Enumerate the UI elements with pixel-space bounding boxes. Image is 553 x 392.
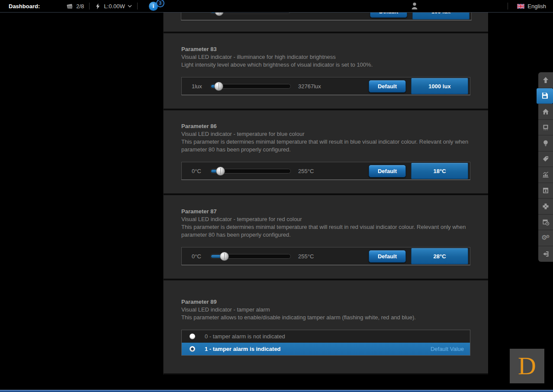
toolbar-item-apps[interactable] bbox=[538, 199, 553, 215]
notification-count-badge[interactable]: 3 bbox=[156, 0, 164, 7]
uk-flag-icon bbox=[517, 4, 524, 9]
parameters-panel: Default 100 lux Parameter 83 Visual LED … bbox=[163, 0, 488, 375]
parameter-subtitle: Visual LED indicator - temperature for r… bbox=[181, 215, 470, 223]
toolbar-item-schedules[interactable] bbox=[538, 215, 553, 231]
toolbar-item-devices[interactable] bbox=[538, 120, 553, 136]
radio-option-label: 1 - tamper alarm is indicated bbox=[205, 346, 281, 352]
logout-icon bbox=[542, 250, 550, 258]
page-title: Dashboard: bbox=[9, 3, 40, 10]
value-button[interactable]: 18°C bbox=[411, 163, 468, 179]
section-parameter-89: Parameter 89 Visual LED indicator - tamp… bbox=[164, 280, 488, 375]
toolbar-item-sensors[interactable] bbox=[538, 135, 553, 151]
calendar-clock-icon bbox=[542, 218, 550, 226]
parameter-row: 1lux 32767lux Default 1000 lux bbox=[181, 77, 470, 95]
divider bbox=[89, 3, 90, 10]
gears-icon: ⚙⚙ bbox=[541, 235, 550, 241]
value-button[interactable]: 28°C bbox=[411, 248, 468, 264]
box-download-icon bbox=[542, 186, 550, 194]
divider bbox=[508, 3, 508, 10]
parameter-title: Parameter 86 bbox=[181, 122, 470, 130]
section-parameter-86: Parameter 86 Visual LED indicator - temp… bbox=[164, 110, 488, 195]
parameter-description: This parameter allows to enable/disable … bbox=[181, 314, 470, 321]
side-toolbar: ⚙⚙ bbox=[538, 72, 553, 262]
radio-option-list: 0 - tamper alarm is not indicated 1 - ta… bbox=[181, 330, 470, 356]
power-load-dropdown[interactable]: L:0.00W bbox=[95, 3, 132, 10]
language-selector[interactable]: English bbox=[508, 0, 546, 12]
slider-track[interactable] bbox=[210, 254, 291, 259]
bottom-accent-bar bbox=[0, 390, 553, 392]
default-value-badge: Default Value bbox=[431, 346, 464, 352]
toolbar-item-firmware[interactable] bbox=[538, 183, 553, 199]
value-button[interactable]: 1000 lux bbox=[411, 78, 468, 94]
parameter-row: 0°C 255°C Default 18°C bbox=[181, 162, 470, 180]
devices-stack-icon bbox=[66, 3, 74, 10]
slider-track[interactable] bbox=[210, 169, 291, 174]
bar-chart-icon bbox=[542, 171, 550, 179]
toolbar-item-scroll-to-top[interactable] bbox=[538, 72, 553, 88]
top-bar: Dashboard: 2/8 L:0.00W i 3 bbox=[0, 0, 553, 13]
radio-icon-selected[interactable] bbox=[190, 346, 195, 352]
parameter-subtitle: Visual LED indicator - tamper alarm bbox=[181, 306, 470, 314]
puzzle-icon bbox=[542, 202, 550, 210]
slider-min-label: 1lux bbox=[192, 83, 210, 90]
parameter-title: Parameter 89 bbox=[181, 298, 470, 306]
radio-option-0[interactable]: 0 - tamper alarm is not indicated bbox=[182, 330, 470, 343]
brand-letter: D bbox=[518, 353, 536, 379]
home-icon bbox=[542, 108, 550, 116]
radio-option-label: 0 - tamper alarm is not indicated bbox=[205, 333, 285, 340]
slider-min-label: 0°C bbox=[192, 168, 210, 174]
parameter-description: Light intensity level above which bright… bbox=[181, 61, 470, 69]
brand-logo: D bbox=[510, 349, 544, 383]
parameter-description: This parameter is determines minimal tem… bbox=[181, 138, 470, 154]
parameter-title: Parameter 87 bbox=[181, 207, 470, 215]
tag-icon bbox=[542, 155, 550, 163]
slider-knob[interactable] bbox=[216, 167, 225, 176]
device-count: 2/8 bbox=[76, 3, 84, 10]
parameter-title: Parameter 83 bbox=[181, 45, 470, 53]
section-parameter-83: Parameter 83 Visual LED indicator - illu… bbox=[164, 33, 488, 110]
toolbar-item-home[interactable] bbox=[538, 104, 553, 120]
slider-max-label: 255°C bbox=[298, 168, 314, 174]
toolbar-item-settings[interactable]: ⚙⚙ bbox=[538, 230, 553, 246]
toolbar-item-save[interactable] bbox=[537, 88, 553, 104]
parameter-subtitle: Visual LED indicator - temperature for b… bbox=[181, 130, 470, 138]
parameter-row: 0°C 255°C Default 28°C bbox=[181, 247, 470, 265]
section-parameter-87: Parameter 87 Visual LED indicator - temp… bbox=[164, 195, 488, 280]
user-profile-button[interactable] bbox=[410, 2, 419, 12]
slider-knob[interactable] bbox=[220, 252, 229, 261]
arrow-up-icon bbox=[542, 76, 550, 84]
network-device-icon bbox=[542, 123, 550, 131]
slider-knob[interactable] bbox=[214, 82, 223, 91]
default-button[interactable]: Default bbox=[369, 165, 406, 177]
default-button[interactable]: Default bbox=[369, 250, 406, 263]
radio-option-1-selected[interactable]: 1 - tamper alarm is indicated Default Va… bbox=[182, 343, 470, 355]
radio-icon[interactable] bbox=[190, 334, 195, 339]
language-label: English bbox=[527, 3, 546, 10]
parameter-subtitle: Visual LED indicator - illuminance for h… bbox=[181, 53, 470, 61]
default-button[interactable]: Default bbox=[369, 80, 406, 93]
save-icon bbox=[541, 92, 549, 100]
chevron-down-icon bbox=[128, 5, 132, 8]
divider bbox=[137, 3, 138, 10]
parameter-description: This parameter is determines minimal tem… bbox=[181, 223, 470, 239]
lightning-icon bbox=[95, 3, 101, 10]
page: Default 100 lux Parameter 83 Visual LED … bbox=[0, 0, 553, 392]
slider-min-label: 0°C bbox=[192, 253, 210, 260]
slider-track[interactable] bbox=[210, 84, 291, 89]
load-value: L:0.00W bbox=[104, 3, 125, 10]
slider-max-label: 32767lux bbox=[298, 83, 321, 90]
lightbulb-icon bbox=[542, 139, 550, 147]
toolbar-item-logout[interactable] bbox=[538, 246, 553, 262]
slider-max-label: 255°C bbox=[298, 253, 314, 260]
person-icon bbox=[410, 2, 419, 10]
toolbar-item-analytics[interactable] bbox=[538, 167, 553, 183]
toolbar-item-tags[interactable] bbox=[538, 151, 553, 167]
